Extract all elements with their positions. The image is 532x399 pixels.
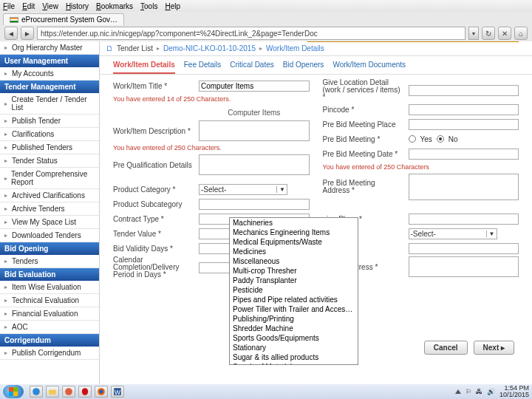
- home-button[interactable]: ⌂: [514, 27, 528, 40]
- sidebar-item[interactable]: ▸Downloaded Tenders: [0, 229, 99, 242]
- option[interactable]: Pipes and Pipe related activities: [230, 295, 358, 304]
- center-text: Computer Items: [199, 109, 310, 117]
- menu-file[interactable]: File: [3, 2, 15, 10]
- menu-history[interactable]: History: [66, 2, 89, 10]
- sidebar-item[interactable]: ▸Tenders: [0, 255, 99, 268]
- sidebar-heading: Bid Opening: [0, 242, 99, 255]
- option[interactable]: Medical Equipments/Waste: [230, 237, 358, 247]
- product-category-dropdown[interactable]: Machineries Mechanics Engineering Items …: [229, 217, 358, 365]
- prebid-yes-radio[interactable]: [409, 135, 416, 143]
- taskbar-media-icon[interactable]: [62, 386, 75, 398]
- option[interactable]: Stationary: [230, 343, 358, 352]
- sidebar-item[interactable]: ▸Technical Evaluation: [0, 294, 99, 307]
- tray-network-icon[interactable]: 🖧: [476, 388, 482, 395]
- officer-address-textarea[interactable]: [409, 256, 519, 277]
- subtab-openers[interactable]: Bid Openers: [283, 61, 324, 74]
- cancel-button[interactable]: Cancel: [424, 341, 468, 355]
- back-button[interactable]: ◄: [4, 27, 18, 40]
- label: Pre Qualification Details: [113, 161, 194, 169]
- subtab-docs[interactable]: Work/Item Documents: [332, 61, 406, 74]
- sidebar-item[interactable]: ▸Archived Clarifications: [0, 189, 99, 202]
- stop-button[interactable]: ✕: [498, 27, 511, 40]
- sidebar-item[interactable]: ▸Published Tenders: [0, 141, 99, 154]
- option[interactable]: Publishing/Printing: [230, 314, 358, 324]
- sidebar-item[interactable]: ▸Tender Status: [0, 154, 99, 168]
- prequal-textarea[interactable]: [199, 154, 310, 175]
- sidebar-item[interactable]: ▸Publish Corrigendum: [0, 347, 99, 360]
- menu-tools[interactable]: Tools: [140, 2, 157, 10]
- prebid-address-textarea[interactable]: [409, 174, 519, 200]
- breadcrumb-item[interactable]: Tender List: [117, 44, 153, 52]
- option[interactable]: Multi-crop Thresher: [230, 266, 358, 276]
- breadcrumb-item[interactable]: Demo-NIC-LKO-01-10-2015: [163, 44, 256, 52]
- officer-input[interactable]: [409, 243, 519, 254]
- sidebar-item[interactable]: ▸AOC: [0, 321, 99, 334]
- prebid-date-input[interactable]: [409, 149, 519, 160]
- sidebar-item[interactable]: ▸Clarifications: [0, 128, 99, 141]
- option[interactable]: Sugar & its allied products: [230, 352, 358, 362]
- option[interactable]: Paddy Transplanter: [230, 276, 358, 285]
- menu-edit[interactable]: Edit: [22, 2, 35, 10]
- browser-tab[interactable]: eProcurement System Gov…: [3, 13, 124, 25]
- tray-volume-icon[interactable]: 🔊: [487, 388, 495, 395]
- svg-point-5: [100, 390, 103, 394]
- sidebar-item[interactable]: ▸View My Space List: [0, 216, 99, 229]
- option[interactable]: Shredder Machine: [230, 324, 358, 333]
- menu-bookmarks[interactable]: Bookmarks: [96, 2, 133, 10]
- subtab-dates[interactable]: Critical Dates: [230, 61, 273, 74]
- start-button[interactable]: [3, 385, 24, 398]
- menu-help[interactable]: Help: [165, 2, 180, 10]
- label: Product Subcategory: [113, 200, 194, 208]
- label: Yes: [420, 135, 432, 143]
- taskbar-ie-icon[interactable]: [30, 386, 43, 398]
- subtab-work-item[interactable]: Work/Item Details: [113, 61, 175, 74]
- next-button[interactable]: Next ▸: [474, 341, 514, 355]
- option[interactable]: Power Tiller with Trailer and Accessorie…: [230, 304, 358, 314]
- option[interactable]: Sports Goods/Equipments: [230, 333, 358, 343]
- url-input[interactable]: [37, 27, 466, 40]
- subtab-fee[interactable]: Fee Details: [184, 61, 222, 74]
- work-item-title-input[interactable]: [199, 81, 310, 92]
- label: Pre Bid Meeting Address *: [323, 180, 404, 194]
- forward-button[interactable]: ►: [21, 27, 34, 40]
- location-input[interactable]: [409, 85, 519, 96]
- tray-overflow-icon[interactable]: [455, 389, 461, 394]
- sidebar-item[interactable]: ▸My Accounts: [0, 67, 99, 81]
- product-category-select[interactable]: -Select-▼: [199, 184, 287, 195]
- menu-view[interactable]: View: [42, 2, 58, 10]
- pincode-input[interactable]: [409, 104, 519, 115]
- prebid-place-input[interactable]: [409, 119, 519, 130]
- sidebar-item[interactable]: ▸Publish Tender: [0, 115, 99, 128]
- url-dropdown[interactable]: ▾: [468, 27, 479, 40]
- callout-box: Work item details entry. This may be mor…: [307, 41, 519, 42]
- sidebar-item[interactable]: ▸Financial Evaluation: [0, 307, 99, 321]
- tray-flag-icon[interactable]: ⚐: [466, 388, 471, 395]
- sidebar-item[interactable]: ▸Archive Tenders: [0, 202, 99, 216]
- sidebar-item[interactable]: ▸Item Wise Evaluation: [0, 281, 99, 294]
- work-item-desc-textarea[interactable]: [199, 120, 310, 141]
- sidebar-heading: Bid Evaluation: [0, 268, 99, 281]
- option[interactable]: Medicines: [230, 247, 358, 256]
- option[interactable]: Machineries: [230, 218, 358, 228]
- sidebar-item[interactable]: ▸Create Tender / Tender List: [0, 93, 99, 115]
- opening-place-input[interactable]: [409, 214, 519, 225]
- taskbar: W ⚐ 🖧 🔊 1:54 PM 10/1/2015: [0, 384, 532, 399]
- option[interactable]: Pesticide: [230, 285, 358, 295]
- taskbar-explorer-icon[interactable]: [46, 386, 59, 398]
- label: Bid Validity Days *: [113, 245, 194, 253]
- option[interactable]: Miscellaneous: [230, 256, 358, 266]
- prebid-no-radio[interactable]: [437, 135, 444, 143]
- sidebar-item[interactable]: ▸Tender Comprehensive Report: [0, 168, 99, 189]
- class-select[interactable]: -Select-▼: [409, 228, 497, 239]
- sidebar-item[interactable]: ▸Org Hierarchy Master: [0, 41, 99, 55]
- product-subcategory-input[interactable]: [199, 199, 310, 210]
- sidebar: ▸Org Hierarchy Master User Management ▸M…: [0, 41, 100, 384]
- taskbar-firefox-icon[interactable]: [95, 386, 108, 398]
- option[interactable]: Mechanics Engineering Items: [230, 228, 358, 237]
- breadcrumb-item: Work/Item Details: [266, 44, 324, 52]
- taskbar-word-icon[interactable]: W: [111, 386, 124, 398]
- option[interactable]: Supply of Materials: [230, 362, 358, 365]
- taskbar-opera-icon[interactable]: [78, 386, 92, 398]
- reload-button[interactable]: ↻: [482, 27, 495, 40]
- svg-text:W: W: [115, 389, 120, 396]
